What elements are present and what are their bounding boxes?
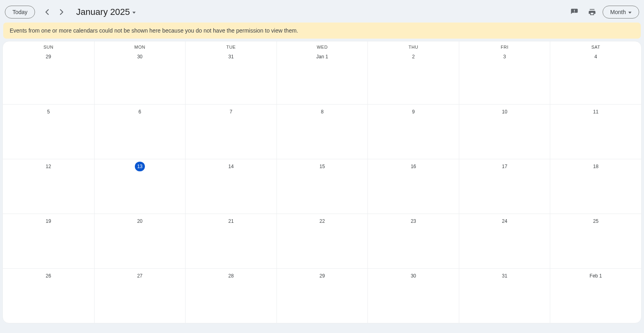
day-number: 7: [226, 107, 236, 117]
day-cell[interactable]: 2: [367, 49, 459, 104]
day-number: 11: [591, 107, 601, 117]
day-number: 4: [591, 52, 601, 62]
view-switcher[interactable]: Month: [603, 6, 639, 18]
warning-message: Events from one or more calendars could …: [10, 27, 298, 34]
day-number: 16: [408, 162, 418, 171]
day-number: 20: [135, 216, 145, 226]
view-switcher-label: Month: [610, 9, 626, 15]
day-number: 30: [408, 271, 418, 281]
day-cell[interactable]: 24: [459, 214, 550, 268]
day-cell[interactable]: 15: [277, 159, 368, 214]
day-number: 26: [43, 271, 54, 281]
month-title-label: January 2025: [76, 7, 130, 17]
day-cell[interactable]: 4: [550, 49, 641, 104]
print-icon: [588, 8, 596, 16]
day-header: MON: [94, 41, 186, 49]
day-cell[interactable]: Jan 1: [277, 49, 368, 104]
day-number: 13: [135, 162, 145, 171]
day-number: 25: [591, 216, 601, 226]
day-cell[interactable]: 27: [94, 269, 186, 323]
day-cell[interactable]: 8: [277, 105, 368, 159]
day-cell[interactable]: 22: [277, 214, 368, 268]
dropdown-triangle-icon: [628, 12, 632, 14]
day-cell[interactable]: 9: [367, 105, 459, 159]
calendar-weeks: 293031Jan 123456789101112131415161718192…: [3, 49, 641, 323]
day-cell[interactable]: Feb 1: [550, 269, 641, 323]
day-number: Feb 1: [587, 271, 605, 281]
day-number: 21: [226, 216, 236, 226]
day-number: 28: [226, 271, 236, 281]
today-button[interactable]: Today: [5, 6, 35, 18]
day-cell[interactable]: 5: [3, 105, 94, 159]
day-cell[interactable]: 12: [3, 159, 94, 214]
calendar-grid: SUNMONTUEWEDTHUFRISAT 293031Jan 12345678…: [2, 41, 642, 323]
today-button-label: Today: [12, 9, 27, 15]
day-number: 6: [135, 107, 144, 117]
day-cell[interactable]: 18: [550, 159, 641, 214]
day-number: 22: [317, 216, 327, 226]
permission-warning-banner: Events from one or more calendars could …: [3, 23, 641, 39]
day-cell[interactable]: 30: [367, 269, 459, 323]
calendar-week: 293031Jan 1234: [3, 49, 641, 104]
day-cell[interactable]: 11: [550, 105, 641, 159]
day-number: 12: [43, 162, 54, 171]
day-cell[interactable]: 30: [94, 49, 186, 104]
month-picker[interactable]: January 2025: [76, 7, 135, 17]
feedback-button[interactable]: [567, 5, 582, 19]
day-number: 30: [135, 52, 145, 62]
day-number: 8: [317, 107, 327, 117]
day-cell[interactable]: 19: [3, 214, 94, 268]
day-header: THU: [367, 41, 459, 49]
next-month-button[interactable]: [54, 5, 69, 19]
day-cell[interactable]: 25: [550, 214, 641, 268]
day-number: 10: [500, 107, 510, 117]
calendar-toolbar: Today January 2025: [2, 2, 642, 23]
day-number: 18: [591, 162, 601, 171]
day-number: 3: [500, 52, 510, 62]
day-number: 2: [409, 52, 418, 62]
day-number: 15: [317, 162, 327, 171]
calendar-week: 12131415161718: [3, 159, 641, 214]
day-number: 14: [226, 162, 236, 171]
print-button[interactable]: [585, 5, 599, 19]
day-cell[interactable]: 31: [185, 49, 277, 104]
day-number: 23: [408, 216, 418, 226]
day-header: FRI: [459, 41, 550, 49]
day-number: 17: [500, 162, 510, 171]
month-nav-group: [40, 5, 69, 19]
day-header: SUN: [3, 41, 94, 49]
day-cell[interactable]: 7: [185, 105, 277, 159]
day-header: SAT: [550, 41, 641, 49]
day-cell[interactable]: 10: [459, 105, 550, 159]
day-cell[interactable]: 6: [94, 105, 186, 159]
day-header: TUE: [185, 41, 277, 49]
day-number: 9: [409, 107, 418, 117]
day-cell[interactable]: 29: [277, 269, 368, 323]
dropdown-triangle-icon: [132, 12, 136, 14]
feedback-icon: [570, 8, 578, 16]
prev-month-button[interactable]: [40, 5, 54, 19]
day-cell[interactable]: 3: [459, 49, 550, 104]
calendar-week: 262728293031Feb 1: [3, 268, 641, 323]
day-number: 29: [43, 52, 54, 62]
day-cell[interactable]: 29: [3, 49, 94, 104]
day-number: 27: [135, 271, 145, 281]
day-cell[interactable]: 17: [459, 159, 550, 214]
day-cell[interactable]: 14: [185, 159, 277, 214]
day-cell[interactable]: 23: [367, 214, 459, 268]
calendar-week: 567891011: [3, 104, 641, 159]
day-cell[interactable]: 26: [3, 269, 94, 323]
toolbar-right-group: Month: [567, 5, 639, 19]
day-cell[interactable]: 13: [94, 159, 186, 214]
day-number: 24: [500, 216, 510, 226]
chevron-right-icon: [60, 9, 64, 15]
day-number: 31: [226, 52, 236, 62]
day-cell[interactable]: 16: [367, 159, 459, 214]
day-cell[interactable]: 28: [185, 269, 277, 323]
day-cell[interactable]: 20: [94, 214, 186, 268]
chevron-left-icon: [45, 9, 49, 15]
day-cell[interactable]: 31: [459, 269, 550, 323]
day-number: Jan 1: [314, 52, 330, 62]
calendar-week: 19202122232425: [3, 214, 641, 268]
day-cell[interactable]: 21: [185, 214, 277, 268]
